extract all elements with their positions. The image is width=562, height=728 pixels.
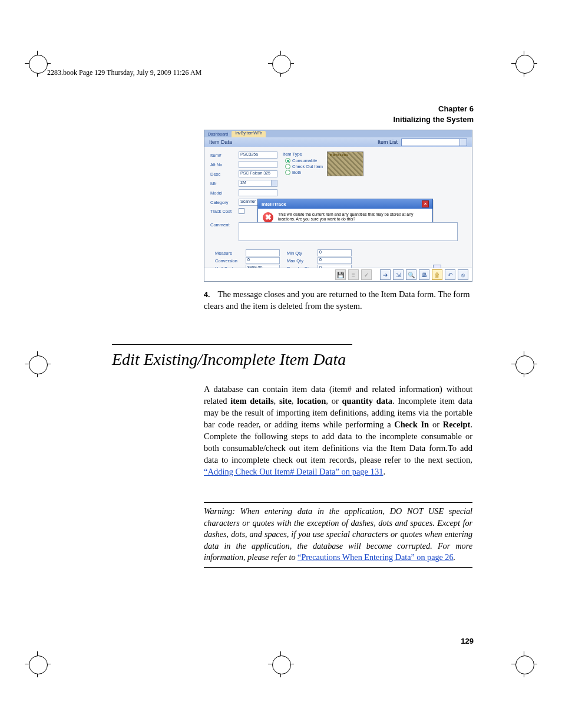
page-number: 129 <box>461 637 474 645</box>
error-icon: ✖ <box>263 212 273 223</box>
section-title: Edit Existing/Incomplete Item Data <box>112 350 346 369</box>
radio-both[interactable] <box>285 170 290 175</box>
toolbar-print-icon[interactable]: 🖶 <box>419 269 429 280</box>
label-trackcost: Track Cost <box>210 209 239 214</box>
tab-invbyitem[interactable]: InvByItemWFh <box>232 131 266 137</box>
toolbar-exit-icon[interactable]: ⎋ <box>458 269 468 280</box>
label-altno: Alt No <box>210 162 239 167</box>
tab-strip: Dashboard InvByItemWFh <box>204 130 472 137</box>
chapter-heading: Chapter 6 Initializing the System <box>393 104 474 124</box>
chapter-number: Chapter 6 <box>393 104 474 114</box>
crop-mark <box>26 653 49 676</box>
field-comment[interactable] <box>239 222 458 241</box>
label-minqty: Min Qty <box>287 251 318 256</box>
field-mfr[interactable]: 3M <box>239 180 277 187</box>
item-list-label: Item List <box>378 139 398 145</box>
step-text: The message closes and you are returned … <box>204 289 470 311</box>
field-desc[interactable]: PSC Falcon 325 <box>239 170 277 177</box>
label-consumable: Consumable <box>292 158 317 163</box>
dialog-title-text: IntelliTrack <box>262 202 286 207</box>
label-measure: Measure <box>215 251 246 256</box>
crop-mark <box>269 653 293 676</box>
field-conversion[interactable]: 0 <box>246 257 280 264</box>
toolbar-check-icon[interactable]: ✓ <box>361 269 372 280</box>
step-4: 4. The message closes and you are return… <box>204 289 471 312</box>
warning-paragraph: Warning: When entering data in the appli… <box>204 506 472 564</box>
book-header-line: 2283.book Page 129 Thursday, July 9, 200… <box>47 68 201 77</box>
toolbar-export-icon[interactable]: ⇲ <box>393 269 404 280</box>
warning-rule-top <box>204 502 472 503</box>
crop-mark <box>513 653 536 676</box>
field-model[interactable] <box>239 189 277 196</box>
radio-consumable[interactable] <box>285 158 290 163</box>
crop-mark <box>269 52 293 75</box>
toolbar-search-icon[interactable]: 🔍 <box>406 269 416 280</box>
label-category: Category <box>210 200 239 205</box>
item-data-screenshot: Dashboard InvByItemWFh Item Data Item Li… <box>204 130 472 282</box>
form-title: Item Data <box>209 139 232 145</box>
form-titlebar: Item Data Item List <box>204 137 472 147</box>
label-checkoutitem: Check Out Item <box>292 164 323 169</box>
label-mfr: Mfr <box>210 181 239 186</box>
toolbar-list-icon[interactable]: ≡ <box>348 269 359 280</box>
field-maxqty[interactable]: 0 <box>318 257 352 264</box>
checkbox-trackcost[interactable] <box>239 208 244 214</box>
crop-mark <box>26 52 49 75</box>
section-rule <box>112 344 352 345</box>
field-altno[interactable] <box>239 161 277 168</box>
label-itemno: Item# <box>210 153 239 158</box>
crop-mark <box>513 52 536 75</box>
crop-mark <box>513 353 536 376</box>
label-both: Both <box>292 170 301 175</box>
field-itemno[interactable]: PSC325a <box>239 151 277 159</box>
chapter-title: Initializing the System <box>393 114 474 125</box>
label-maxqty: Max Qty <box>287 258 318 263</box>
tab-dashboard[interactable]: Dashboard <box>204 132 232 136</box>
label-comment: Comment <box>210 222 239 228</box>
link-adding-checkout-detail[interactable]: “Adding Check Out Item# Detail Data” on … <box>204 467 383 476</box>
step-number: 4. <box>204 290 216 300</box>
dialog-close-button[interactable]: × <box>422 200 429 207</box>
label-desc: Desc <box>210 172 239 177</box>
form-toolbar: 💾 ≡ ✓ ➔ ⇲ 🔍 🖶 🗑 ↶ ⎋ <box>204 268 472 281</box>
crop-mark <box>26 353 49 376</box>
radio-checkout[interactable] <box>285 164 290 169</box>
field-minqty[interactable]: 0 <box>318 249 352 256</box>
item-image-thumbnail: DATALOG <box>327 151 363 176</box>
toolbar-undo-icon[interactable]: ↶ <box>445 269 455 280</box>
item-list-select[interactable] <box>401 139 467 146</box>
link-precautions[interactable]: “Precautions When Entering Data” on page… <box>297 552 453 562</box>
label-model: Model <box>210 190 239 196</box>
paragraph-1: A database can contain item data (item# … <box>204 383 472 477</box>
toolbar-delete-icon[interactable]: 🗑 <box>432 269 442 280</box>
label-conversion: Conversion <box>215 258 246 263</box>
field-measure[interactable] <box>246 249 280 256</box>
warning-rule-bottom <box>204 567 472 568</box>
toolbar-next-icon[interactable]: ➔ <box>380 269 391 280</box>
dialog-message: This will delete the current item and an… <box>278 212 428 223</box>
toolbar-save-icon[interactable]: 💾 <box>335 269 346 280</box>
